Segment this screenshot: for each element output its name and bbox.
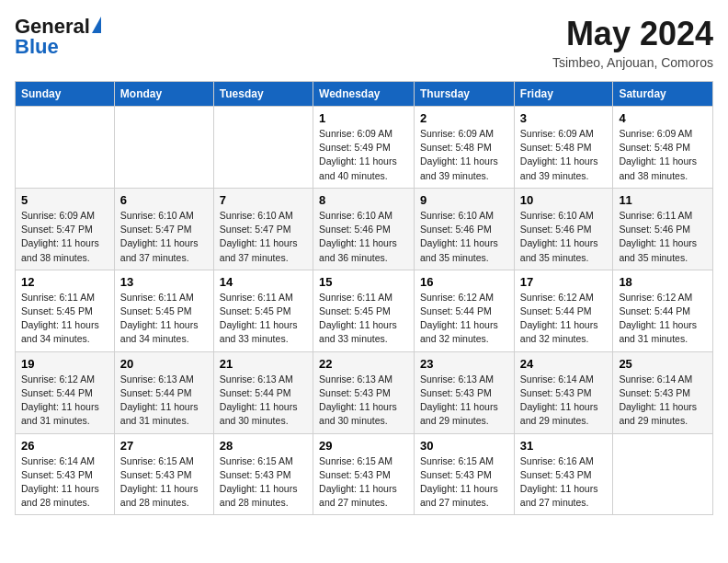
calendar-cell: 11Sunrise: 6:11 AMSunset: 5:46 PMDayligh… bbox=[613, 188, 713, 270]
sunrise-text: Sunrise: 6:12 AM bbox=[520, 292, 594, 303]
sunset-text: Sunset: 5:47 PM bbox=[21, 224, 93, 235]
day-info: Sunrise: 6:14 AMSunset: 5:43 PMDaylight:… bbox=[520, 373, 608, 429]
day-info: Sunrise: 6:09 AMSunset: 5:48 PMDaylight:… bbox=[420, 127, 508, 183]
title-block: May 2024 Tsimbeo, Anjouan, Comoros bbox=[552, 15, 713, 70]
daylight-text: Daylight: 11 hours and 38 minutes. bbox=[619, 155, 697, 180]
daylight-text: Daylight: 11 hours and 36 minutes. bbox=[319, 237, 397, 262]
day-number: 4 bbox=[619, 111, 707, 125]
sunset-text: Sunset: 5:45 PM bbox=[220, 305, 291, 316]
calendar-header-row: SundayMondayTuesdayWednesdayThursdayFrid… bbox=[16, 82, 713, 107]
calendar-cell: 10Sunrise: 6:10 AMSunset: 5:46 PMDayligh… bbox=[514, 188, 613, 270]
day-info: Sunrise: 6:13 AMSunset: 5:44 PMDaylight:… bbox=[220, 373, 307, 429]
sunrise-text: Sunrise: 6:10 AM bbox=[420, 210, 494, 221]
calendar-cell: 12Sunrise: 6:11 AMSunset: 5:45 PMDayligh… bbox=[16, 270, 115, 351]
sunrise-text: Sunrise: 6:11 AM bbox=[319, 292, 392, 303]
month-year-title: May 2024 bbox=[552, 15, 713, 53]
sunset-text: Sunset: 5:45 PM bbox=[120, 305, 192, 316]
day-info: Sunrise: 6:12 AMSunset: 5:44 PMDaylight:… bbox=[619, 291, 707, 347]
sunset-text: Sunset: 5:44 PM bbox=[220, 387, 291, 398]
sunrise-text: Sunrise: 6:12 AM bbox=[619, 292, 692, 303]
calendar-week-row: 12Sunrise: 6:11 AMSunset: 5:45 PMDayligh… bbox=[16, 270, 713, 351]
sunset-text: Sunset: 5:43 PM bbox=[120, 469, 192, 480]
sunset-text: Sunset: 5:46 PM bbox=[420, 224, 492, 235]
daylight-text: Daylight: 11 hours and 32 minutes. bbox=[520, 319, 598, 344]
calendar-cell: 19Sunrise: 6:12 AMSunset: 5:44 PMDayligh… bbox=[16, 351, 115, 433]
sunrise-text: Sunrise: 6:12 AM bbox=[420, 292, 494, 303]
col-header-sunday: Sunday bbox=[16, 82, 115, 107]
sunrise-text: Sunrise: 6:11 AM bbox=[120, 292, 194, 303]
sunset-text: Sunset: 5:47 PM bbox=[220, 224, 291, 235]
sunrise-text: Sunrise: 6:09 AM bbox=[420, 128, 494, 139]
calendar-cell: 27Sunrise: 6:15 AMSunset: 5:43 PMDayligh… bbox=[114, 433, 213, 515]
day-number: 31 bbox=[520, 439, 608, 453]
day-info: Sunrise: 6:12 AMSunset: 5:44 PMDaylight:… bbox=[520, 291, 608, 347]
calendar-cell: 28Sunrise: 6:15 AMSunset: 5:43 PMDayligh… bbox=[213, 433, 313, 515]
sunrise-text: Sunrise: 6:15 AM bbox=[319, 455, 392, 466]
calendar-cell: 22Sunrise: 6:13 AMSunset: 5:43 PMDayligh… bbox=[313, 351, 415, 433]
sunset-text: Sunset: 5:43 PM bbox=[220, 469, 291, 480]
day-info: Sunrise: 6:11 AMSunset: 5:45 PMDaylight:… bbox=[319, 291, 408, 347]
sunrise-text: Sunrise: 6:15 AM bbox=[420, 455, 494, 466]
calendar-cell: 2Sunrise: 6:09 AMSunset: 5:48 PMDaylight… bbox=[415, 107, 515, 189]
day-number: 25 bbox=[619, 357, 707, 371]
daylight-text: Daylight: 11 hours and 31 minutes. bbox=[21, 401, 99, 426]
col-header-saturday: Saturday bbox=[613, 82, 713, 107]
day-info: Sunrise: 6:15 AMSunset: 5:43 PMDaylight:… bbox=[120, 454, 208, 511]
sunrise-text: Sunrise: 6:13 AM bbox=[120, 373, 194, 385]
logo-triangle-icon bbox=[92, 17, 101, 33]
day-number: 11 bbox=[619, 193, 707, 207]
day-number: 27 bbox=[120, 439, 208, 453]
sunrise-text: Sunrise: 6:12 AM bbox=[21, 373, 95, 385]
col-header-friday: Friday bbox=[514, 82, 613, 107]
col-header-wednesday: Wednesday bbox=[313, 82, 415, 107]
sunset-text: Sunset: 5:43 PM bbox=[319, 387, 391, 398]
calendar-table: SundayMondayTuesdayWednesdayThursdayFrid… bbox=[15, 81, 713, 515]
sunrise-text: Sunrise: 6:14 AM bbox=[520, 373, 594, 385]
calendar-week-row: 1Sunrise: 6:09 AMSunset: 5:49 PMDaylight… bbox=[16, 107, 713, 189]
daylight-text: Daylight: 11 hours and 39 minutes. bbox=[520, 155, 598, 180]
day-info: Sunrise: 6:15 AMSunset: 5:43 PMDaylight:… bbox=[319, 454, 408, 511]
calendar-cell: 8Sunrise: 6:10 AMSunset: 5:46 PMDaylight… bbox=[313, 188, 415, 270]
day-info: Sunrise: 6:15 AMSunset: 5:43 PMDaylight:… bbox=[220, 454, 307, 511]
calendar-cell: 14Sunrise: 6:11 AMSunset: 5:45 PMDayligh… bbox=[213, 270, 313, 351]
day-number: 8 bbox=[319, 193, 408, 207]
day-number: 9 bbox=[420, 193, 508, 207]
sunset-text: Sunset: 5:44 PM bbox=[21, 387, 93, 398]
day-number: 26 bbox=[21, 439, 108, 453]
day-number: 16 bbox=[420, 275, 508, 289]
day-number: 29 bbox=[319, 439, 408, 453]
day-number: 24 bbox=[520, 357, 608, 371]
sunrise-text: Sunrise: 6:14 AM bbox=[619, 373, 692, 385]
daylight-text: Daylight: 11 hours and 35 minutes. bbox=[420, 237, 498, 262]
calendar-cell: 23Sunrise: 6:13 AMSunset: 5:43 PMDayligh… bbox=[415, 351, 515, 433]
day-info: Sunrise: 6:11 AMSunset: 5:45 PMDaylight:… bbox=[220, 291, 307, 347]
daylight-text: Daylight: 11 hours and 30 minutes. bbox=[319, 401, 397, 426]
day-info: Sunrise: 6:13 AMSunset: 5:44 PMDaylight:… bbox=[120, 373, 208, 429]
calendar-week-row: 5Sunrise: 6:09 AMSunset: 5:47 PMDaylight… bbox=[16, 188, 713, 270]
sunrise-text: Sunrise: 6:09 AM bbox=[619, 128, 692, 139]
sunrise-text: Sunrise: 6:13 AM bbox=[220, 373, 293, 385]
day-info: Sunrise: 6:13 AMSunset: 5:43 PMDaylight:… bbox=[420, 373, 508, 429]
sunset-text: Sunset: 5:43 PM bbox=[520, 469, 592, 480]
daylight-text: Daylight: 11 hours and 27 minutes. bbox=[319, 483, 397, 508]
daylight-text: Daylight: 11 hours and 37 minutes. bbox=[220, 237, 298, 262]
daylight-text: Daylight: 11 hours and 34 minutes. bbox=[120, 319, 199, 344]
day-number: 15 bbox=[319, 275, 408, 289]
calendar-cell: 15Sunrise: 6:11 AMSunset: 5:45 PMDayligh… bbox=[313, 270, 415, 351]
calendar-cell: 21Sunrise: 6:13 AMSunset: 5:44 PMDayligh… bbox=[213, 351, 313, 433]
sunrise-text: Sunrise: 6:11 AM bbox=[619, 210, 692, 221]
daylight-text: Daylight: 11 hours and 31 minutes. bbox=[120, 401, 199, 426]
calendar-cell: 3Sunrise: 6:09 AMSunset: 5:48 PMDaylight… bbox=[514, 107, 613, 189]
sunset-text: Sunset: 5:43 PM bbox=[21, 469, 93, 480]
daylight-text: Daylight: 11 hours and 28 minutes. bbox=[120, 483, 199, 508]
logo-blue-text: Blue bbox=[15, 35, 59, 59]
day-number: 6 bbox=[120, 193, 208, 207]
day-info: Sunrise: 6:13 AMSunset: 5:43 PMDaylight:… bbox=[319, 373, 408, 429]
day-number: 5 bbox=[21, 193, 108, 207]
day-number: 17 bbox=[520, 275, 608, 289]
day-number: 12 bbox=[21, 275, 108, 289]
day-number: 10 bbox=[520, 193, 608, 207]
day-number: 28 bbox=[220, 439, 307, 453]
day-info: Sunrise: 6:10 AMSunset: 5:46 PMDaylight:… bbox=[420, 209, 508, 265]
daylight-text: Daylight: 11 hours and 34 minutes. bbox=[21, 319, 99, 344]
